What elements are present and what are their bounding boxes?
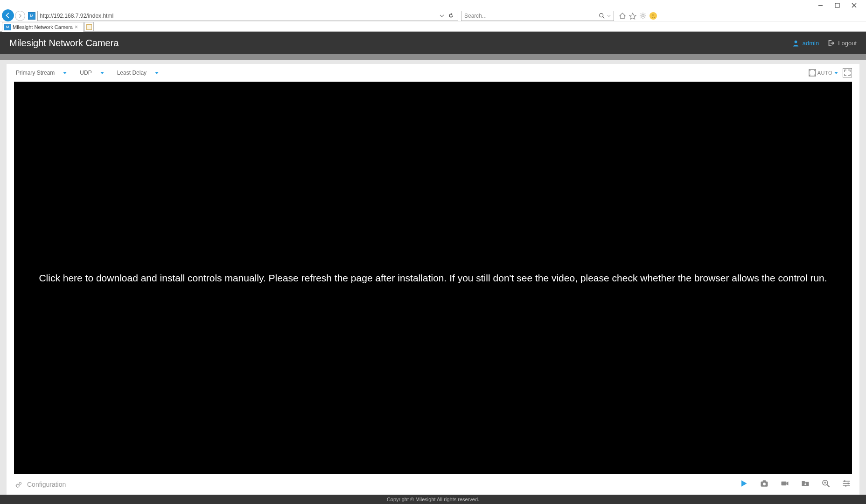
window-minimize-button[interactable] [812,0,829,10]
fullscreen-icon [844,70,851,76]
url-dropdown-icon[interactable] [440,14,444,18]
site-favicon: M [28,12,35,20]
caret-down-icon [155,72,159,74]
protocol-label: UDP [80,70,91,76]
browser-search-input[interactable]: Search... [461,11,614,21]
username-label: admin [803,40,819,47]
browser-tab[interactable]: M Milesight Network Camera × [2,22,84,32]
zoom-in-icon [821,479,831,488]
search-placeholder: Search... [464,13,487,19]
svg-rect-23 [848,483,849,484]
stream-controls-row: Primary Stream UDP Least Delay AUTO [7,64,859,82]
refresh-icon[interactable] [448,13,454,19]
delay-dropdown[interactable]: Least Delay [117,70,159,76]
svg-rect-1 [835,3,839,7]
caret-down-icon [63,72,67,74]
url-text: http://192.168.7.92/index.html [40,13,113,19]
nav-back-button[interactable] [2,9,14,21]
tab-favicon: M [4,24,11,30]
svg-point-9 [19,483,21,485]
browser-toolbar: M http://192.168.7.92/index.html Search.… [0,10,866,21]
svg-rect-24 [845,485,847,486]
svg-point-12 [763,483,766,485]
caret-down-icon [100,72,104,74]
camera-icon [760,479,769,488]
tab-close-button[interactable]: × [75,24,80,30]
browser-tab-strip: M Milesight Network Camera × [0,21,866,32]
svg-point-10 [16,484,19,487]
search-icon[interactable] [599,13,605,19]
scale-dropdown[interactable]: AUTO [808,69,838,77]
footer-text: Copyright © Milesight All rights reserve… [387,497,479,502]
caret-down-icon [834,72,838,74]
configuration-link[interactable]: Configuration [15,480,66,489]
favorites-icon[interactable] [629,12,636,20]
logout-button[interactable]: Logout [827,39,857,47]
scale-icon [808,69,817,77]
sub-header-band [0,54,866,60]
sliders-icon [842,479,851,488]
svg-rect-13 [763,480,766,482]
app-header: Milesight Network Camera admin Logout [0,32,866,54]
footer: Copyright © Milesight All rights reserve… [0,495,866,504]
user-icon [792,39,800,47]
video-viewport[interactable]: Click here to download and install contr… [14,82,852,474]
gear-icon [15,480,23,489]
tab-title: Milesight Network Camera [13,24,73,30]
nav-forward-button[interactable] [15,11,25,21]
play-button[interactable] [739,479,748,490]
svg-line-16 [827,485,830,487]
svg-point-4 [600,13,603,17]
download-button[interactable] [801,479,810,490]
feedback-smiley-icon[interactable] [650,12,657,20]
scale-label: AUTO [817,70,832,76]
svg-point-7 [794,40,797,43]
logout-icon [827,39,835,47]
configuration-label: Configuration [27,481,66,488]
record-button[interactable] [780,479,789,490]
snapshot-button[interactable] [760,479,769,490]
settings-sliders-button[interactable] [842,479,851,490]
svg-point-6 [642,14,644,17]
video-plugin-message: Click here to download and install contr… [39,273,827,284]
zoom-button[interactable] [821,479,831,490]
search-dropdown-icon[interactable] [607,14,611,18]
window-close-button[interactable] [845,0,862,10]
delay-label: Least Delay [117,70,147,76]
svg-rect-14 [782,482,787,485]
video-icon [780,479,789,488]
app-title: Milesight Network Camera [9,38,119,49]
tools-gear-icon[interactable] [639,12,647,20]
fullscreen-button[interactable] [843,68,852,77]
svg-line-5 [603,16,605,18]
window-maximize-button[interactable] [829,0,845,10]
stream-label: Primary Stream [16,70,55,76]
stream-dropdown[interactable]: Primary Stream [16,70,67,76]
home-icon[interactable] [619,12,626,20]
window-titlebar [0,0,866,10]
address-bar[interactable]: http://192.168.7.92/index.html [37,11,458,21]
logout-label: Logout [838,40,857,47]
folder-download-icon [801,479,810,488]
header-user[interactable]: admin [792,39,819,47]
protocol-dropdown[interactable]: UDP [80,70,104,76]
content-wrap: Primary Stream UDP Least Delay AUTO [0,60,866,495]
new-tab-button[interactable] [84,22,94,32]
svg-rect-22 [844,480,845,482]
bottom-toolbar: Configuration [7,474,859,495]
content-panel: Primary Stream UDP Least Delay AUTO [7,64,859,495]
